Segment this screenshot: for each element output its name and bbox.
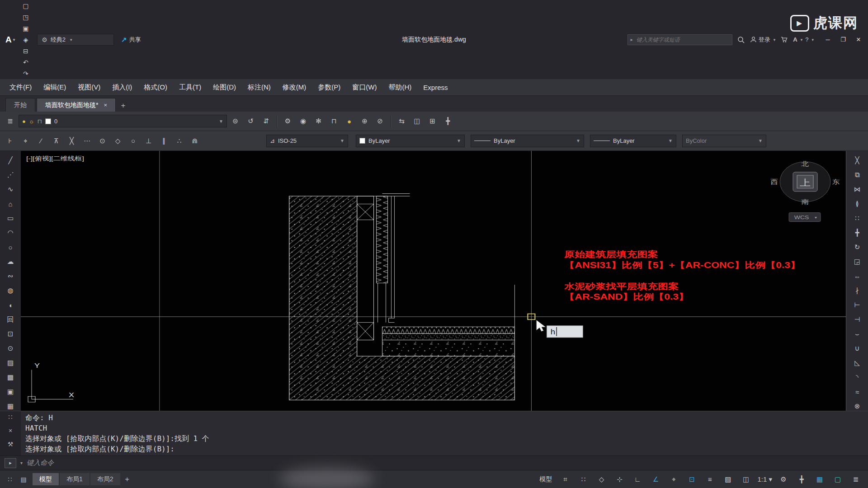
- maximize-button[interactable]: ❐: [835, 33, 851, 46]
- save-icon[interactable]: ▣: [19, 23, 32, 34]
- snap-quadrant-icon[interactable]: ◇: [111, 134, 125, 147]
- share-button[interactable]: ↗ 共享: [121, 36, 141, 44]
- chamfer-tool[interactable]: ◺: [850, 356, 865, 370]
- object-color-selector[interactable]: ByLayer ▼: [356, 135, 465, 147]
- save-as-icon[interactable]: ◈: [19, 34, 32, 45]
- create-block-tool[interactable]: ⊡: [3, 327, 18, 341]
- line-tool[interactable]: ╱: [3, 154, 18, 167]
- new-tab-button[interactable]: +: [117, 99, 129, 112]
- menu-file[interactable]: 文件(F): [4, 79, 38, 95]
- store-cart-icon[interactable]: [778, 34, 790, 45]
- layer-copy-icon[interactable]: ⊞: [425, 115, 439, 128]
- layer-selector[interactable]: ● ☼ ⊓ 0 ▼: [19, 115, 227, 127]
- command-input[interactable]: 键入命令: [27, 459, 54, 467]
- snap-tangent-icon[interactable]: ○: [126, 134, 140, 147]
- clean-screen-icon[interactable]: ▢: [829, 473, 846, 485]
- sign-in-button[interactable]: 登录 ▾: [750, 36, 776, 44]
- fillet-tool[interactable]: ◝: [850, 371, 865, 384]
- snap-extension-icon[interactable]: ⋯: [80, 134, 94, 147]
- model-space-label[interactable]: 模型: [539, 475, 552, 483]
- snap-center-icon[interactable]: ⊙: [95, 134, 109, 147]
- model-space-icon[interactable]: ∷: [4, 474, 16, 485]
- construction-line-tool[interactable]: ⋰: [3, 168, 18, 182]
- menu-parametric[interactable]: 参数(P): [312, 79, 346, 95]
- command-grip-icon[interactable]: ∷: [9, 413, 13, 421]
- layer-delete-icon[interactable]: ⊘: [373, 115, 387, 128]
- ellipse-tool[interactable]: ◍: [3, 284, 18, 297]
- extend-tool[interactable]: ⊢: [850, 298, 865, 312]
- dynamic-input-icon[interactable]: ⊹: [611, 473, 628, 485]
- workspace-selector[interactable]: ⚙ 经典2 ▾: [37, 34, 114, 46]
- menu-edit[interactable]: 编辑(E): [38, 79, 72, 95]
- ellipse-arc-tool[interactable]: ◖: [3, 298, 18, 312]
- offset-tool[interactable]: ≬: [850, 197, 865, 211]
- snap-settings-icon[interactable]: ⋒: [188, 134, 202, 147]
- menu-modify[interactable]: 修改(M): [277, 79, 312, 95]
- drawing-viewport[interactable]: h [-][俯视][二维线框] 上 北 南 西 东: [21, 151, 846, 411]
- polygon-tool[interactable]: ⌂: [3, 197, 18, 211]
- break-tool[interactable]: ⌣: [850, 327, 865, 341]
- app-menu-button[interactable]: A▾: [2, 35, 19, 45]
- drawing-canvas[interactable]: h [-][俯视][二维线框] 上 北 南 西 东: [21, 151, 846, 411]
- layer-translate-icon[interactable]: ⇵: [259, 115, 273, 128]
- new-layout-button[interactable]: +: [121, 473, 133, 485]
- viewport-controls-label[interactable]: [-][俯视][二维线框]: [26, 155, 84, 161]
- rotate-tool[interactable]: ↻: [850, 240, 865, 254]
- compass-west[interactable]: 西: [771, 178, 778, 185]
- polyline-tool[interactable]: ∿: [3, 183, 18, 196]
- linetype-selector[interactable]: ByLayer ▼: [471, 135, 584, 147]
- annotation-scale-control[interactable]: 1:1 ▾: [755, 473, 774, 485]
- plot-icon[interactable]: ⊟: [19, 45, 32, 56]
- hardware-acceleration-icon[interactable]: ▦: [811, 473, 828, 485]
- compass-south[interactable]: 南: [802, 198, 809, 205]
- point-tool[interactable]: ⊙: [3, 342, 18, 355]
- snap-intersection-icon[interactable]: ╳: [65, 134, 79, 147]
- lineweight-icon[interactable]: ≡: [701, 473, 718, 485]
- menu-tools[interactable]: 工具(T): [173, 79, 207, 95]
- layer-walk-icon[interactable]: ⇆: [395, 115, 409, 128]
- tab-model[interactable]: 模型: [33, 473, 59, 485]
- erase-tool[interactable]: ╳: [850, 154, 865, 167]
- viewcube-face[interactable]: 上: [800, 178, 811, 188]
- layer-lock-icon[interactable]: ⊓: [327, 115, 341, 128]
- rectangle-tool[interactable]: ▭: [3, 211, 18, 225]
- command-history[interactable]: 命令: HHATCH选择对象或 [拾取内部点(K)/删除边界(B)]:找到 1 …: [21, 411, 868, 455]
- arc-tool[interactable]: ◠: [3, 226, 18, 239]
- layout-list-icon[interactable]: ▤: [17, 474, 30, 485]
- array-tool[interactable]: ∷: [850, 211, 865, 225]
- trim-tool[interactable]: ∤: [850, 284, 865, 297]
- tab-active-drawing[interactable]: 墙面软包地面地毯* ×: [37, 98, 116, 112]
- osnap-icon[interactable]: ⊡: [683, 473, 700, 485]
- menu-express[interactable]: Express: [417, 79, 453, 95]
- table-tool[interactable]: ▦: [3, 399, 18, 411]
- dynamic-input-box[interactable]: h: [547, 326, 583, 338]
- search-icon[interactable]: [735, 34, 747, 45]
- close-tab-icon[interactable]: ×: [104, 102, 107, 108]
- annotation-monitor-icon[interactable]: ╋: [793, 473, 810, 485]
- copy-tool[interactable]: ⧉: [850, 168, 865, 182]
- layer-settings-icon[interactable]: ⚙: [281, 115, 295, 128]
- plot-style-selector[interactable]: ByColor ▼: [682, 135, 766, 147]
- snap-endpoint-icon[interactable]: ∕: [34, 134, 48, 147]
- tab-start[interactable]: 开始: [5, 98, 35, 112]
- grid-icon[interactable]: ⌗: [557, 473, 574, 485]
- compass-east[interactable]: 东: [832, 178, 840, 185]
- mirror-tool[interactable]: ⋈: [850, 183, 865, 196]
- layer-match-icon[interactable]: ◫: [410, 115, 424, 128]
- polar-tracking-icon[interactable]: ∠: [647, 473, 664, 485]
- view-compass[interactable]: 上 北 南 西 东: [771, 160, 840, 205]
- layer-merge-icon[interactable]: ⊕: [358, 115, 372, 128]
- layer-on-off-icon[interactable]: ●: [342, 115, 356, 128]
- snap-perpendicular-icon[interactable]: ⊥: [142, 134, 156, 147]
- search-field[interactable]: ▸: [627, 34, 732, 45]
- lineweight-selector[interactable]: ByLayer ▼: [590, 135, 676, 147]
- open-file-icon[interactable]: ◳: [19, 11, 32, 23]
- snap-parallel-icon[interactable]: ∥: [157, 134, 171, 147]
- dim-style-selector[interactable]: ⊿ ISO-25 ▼: [266, 135, 348, 147]
- customize-command-icon[interactable]: ⚒: [8, 441, 14, 448]
- snap-midpoint-icon[interactable]: ⊼: [49, 134, 63, 147]
- close-button[interactable]: ✕: [851, 33, 866, 46]
- ortho-icon[interactable]: ∟: [629, 473, 646, 485]
- app-store-button[interactable]: A▾: [793, 36, 802, 43]
- customization-icon[interactable]: ≣: [847, 473, 864, 485]
